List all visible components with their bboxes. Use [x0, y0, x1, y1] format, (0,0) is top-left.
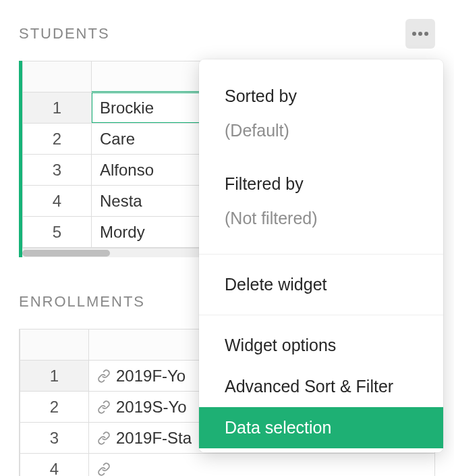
enrollments-title: ENROLLMENTS [19, 293, 145, 311]
link-icon [97, 430, 111, 444]
row-number[interactable]: 3 [20, 423, 89, 454]
menu-filtered-by[interactable]: Filtered by [199, 163, 443, 205]
widget-menu: Sorted by (Default) Filtered by (Not fil… [199, 59, 443, 452]
row-number[interactable]: 2 [23, 124, 92, 155]
row-number[interactable]: 4 [23, 186, 92, 217]
cell-class[interactable] [89, 454, 435, 477]
menu-sorted-by-value: (Default) [199, 117, 443, 151]
cell-class-text: 2019F-Sta [116, 429, 192, 447]
link-icon [97, 461, 111, 475]
scrollbar-thumb[interactable] [22, 250, 110, 257]
menu-data-selection[interactable]: Data selection [199, 407, 443, 448]
more-icon [412, 32, 416, 36]
row-number-header[interactable] [23, 61, 92, 92]
students-title: STUDENTS [19, 25, 110, 43]
row-number[interactable]: 3 [23, 155, 92, 186]
row-number[interactable]: 5 [23, 217, 92, 248]
cell-class-text: 2019F-Yo [116, 367, 186, 385]
row-number[interactable]: 4 [20, 454, 89, 477]
cell-class-text: 2019S-Yo [116, 398, 187, 416]
link-icon [97, 399, 111, 413]
table-row[interactable]: 4 [20, 454, 435, 477]
menu-delete-widget[interactable]: Delete widget [199, 264, 443, 305]
row-number[interactable]: 1 [23, 92, 92, 124]
menu-widget-options[interactable]: Widget options [199, 325, 443, 366]
menu-sorted-by[interactable]: Sorted by [199, 76, 443, 117]
row-number[interactable]: 2 [20, 392, 89, 423]
row-number[interactable]: 1 [20, 361, 89, 392]
row-number-header[interactable] [20, 329, 89, 361]
menu-filtered-by-value: (Not filtered) [199, 205, 443, 239]
more-button[interactable] [405, 19, 435, 49]
link-icon [97, 368, 111, 381]
menu-advanced-sort-filter[interactable]: Advanced Sort & Filter [199, 366, 443, 407]
